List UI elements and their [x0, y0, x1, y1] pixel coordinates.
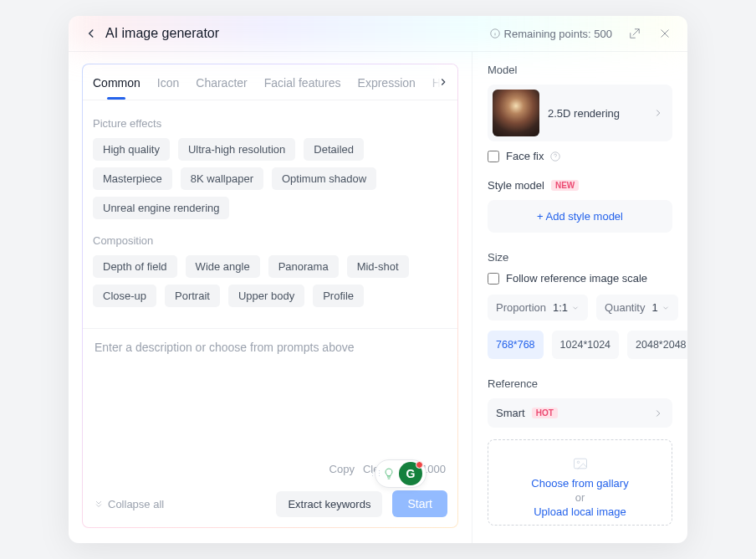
- upload-local-image-link[interactable]: Upload local image: [497, 505, 663, 518]
- chevron-down-icon: [571, 304, 580, 312]
- tab-facial-features[interactable]: Facial features: [264, 64, 341, 100]
- prompt-tag[interactable]: Wide angle: [186, 255, 260, 278]
- extract-keywords-button[interactable]: Extract keywords: [276, 491, 382, 517]
- prompt-tag[interactable]: Optimum shadow: [272, 167, 376, 190]
- page-title: AI image generator: [105, 26, 219, 41]
- tabs-scroll-right-button[interactable]: [429, 64, 457, 100]
- face-fix-input[interactable]: [488, 151, 499, 162]
- quantity-select[interactable]: Quantity 1: [596, 295, 678, 321]
- open-external-icon[interactable]: [627, 26, 642, 41]
- prompt-tag[interactable]: Unreal engine rendering: [93, 197, 229, 219]
- prompt-tag[interactable]: 8K wallpaper: [181, 167, 263, 190]
- double-chevron-down-icon: [93, 498, 105, 510]
- prompt-tag[interactable]: Ultra-high resolution: [178, 138, 295, 161]
- tab-character[interactable]: Character: [196, 64, 247, 100]
- close-icon[interactable]: [657, 26, 672, 41]
- add-style-model-button[interactable]: Add style model: [488, 200, 672, 233]
- prompt-tag[interactable]: Depth of field: [93, 255, 177, 278]
- lightbulb-icon: [382, 467, 396, 480]
- image-icon: [572, 455, 589, 472]
- chevron-right-icon: [437, 76, 449, 88]
- chevron-right-icon: [652, 408, 664, 419]
- collapse-all-button[interactable]: Collapse all: [93, 498, 164, 510]
- settings-panel: Model 2.5D rendering Face fix Style mode…: [472, 52, 687, 543]
- reference-section-label: Reference: [488, 377, 672, 390]
- size-preset[interactable]: 2048*2048: [627, 331, 687, 359]
- prompt-input[interactable]: Enter a description or choose from promp…: [83, 329, 457, 463]
- assistant-bubble[interactable]: ⋮⋮ G: [375, 459, 427, 488]
- remaining-points: Remaining points: 500: [489, 28, 612, 40]
- tab-expression[interactable]: Expression: [358, 64, 416, 100]
- info-circle-icon: [489, 28, 501, 39]
- tab-common[interactable]: Common: [93, 64, 140, 100]
- chevron-down-icon: [662, 304, 670, 312]
- tab-icon[interactable]: Icon: [157, 64, 179, 100]
- prompt-tag[interactable]: Masterpiece: [93, 167, 172, 190]
- prompt-tag[interactable]: Upper body: [228, 285, 304, 307]
- drag-handle-icon[interactable]: ⋮⋮: [369, 469, 382, 478]
- follow-reference-checkbox[interactable]: Follow reference image scale: [488, 272, 672, 285]
- svg-rect-7: [574, 459, 586, 469]
- style-model-section-label: Style model NEW: [488, 179, 672, 192]
- modal-header: AI image generator Remaining points: 500: [69, 16, 687, 51]
- reference-mode-selector[interactable]: Smart HOT: [488, 398, 672, 428]
- tag-area: Picture effectsHigh qualityUltra-high re…: [83, 100, 457, 328]
- prompt-tag[interactable]: Detailed: [304, 138, 364, 161]
- proportion-select[interactable]: Proportion 1:1: [488, 295, 588, 321]
- help-icon[interactable]: [549, 151, 561, 162]
- size-preset[interactable]: 768*768: [488, 331, 544, 359]
- prompt-tag[interactable]: Profile: [313, 285, 364, 307]
- prompt-tabs: CommonIconCharacterFacial featuresExpres…: [83, 64, 457, 100]
- prompt-tag[interactable]: Mid-shot: [347, 255, 409, 278]
- chevron-right-icon: [652, 107, 664, 119]
- reference-upload-area[interactable]: Choose from gallary or Upload local imag…: [488, 439, 672, 526]
- model-section-label: Model: [488, 64, 672, 76]
- model-name: 2.5D rendering: [548, 107, 652, 120]
- prompt-tag[interactable]: Portrait: [165, 285, 220, 307]
- prompt-tag[interactable]: Panorama: [268, 255, 339, 278]
- tag-group-label: Composition: [93, 234, 447, 247]
- copy-button[interactable]: Copy: [329, 463, 355, 475]
- tag-group-label: Picture effects: [93, 117, 447, 130]
- size-preset[interactable]: 1024*1024: [552, 331, 619, 359]
- new-badge: NEW: [551, 180, 579, 191]
- prompt-tag[interactable]: High quality: [93, 138, 170, 161]
- size-presets: 768*7681024*10242048*2048: [488, 331, 672, 359]
- prompt-tag[interactable]: Close-up: [93, 285, 156, 307]
- grammarly-icon[interactable]: G: [399, 462, 422, 485]
- model-thumbnail: [493, 90, 539, 136]
- size-section-label: Size: [488, 251, 672, 264]
- svg-point-8: [577, 461, 580, 464]
- choose-from-gallery-link[interactable]: Choose from gallary: [497, 477, 663, 490]
- face-fix-checkbox[interactable]: Face fix: [488, 150, 672, 162]
- start-button[interactable]: Start: [392, 490, 447, 517]
- back-chevron-icon[interactable]: [84, 26, 99, 41]
- follow-reference-input[interactable]: [488, 273, 499, 285]
- hot-badge: HOT: [532, 408, 558, 418]
- model-selector[interactable]: 2.5D rendering: [488, 85, 672, 141]
